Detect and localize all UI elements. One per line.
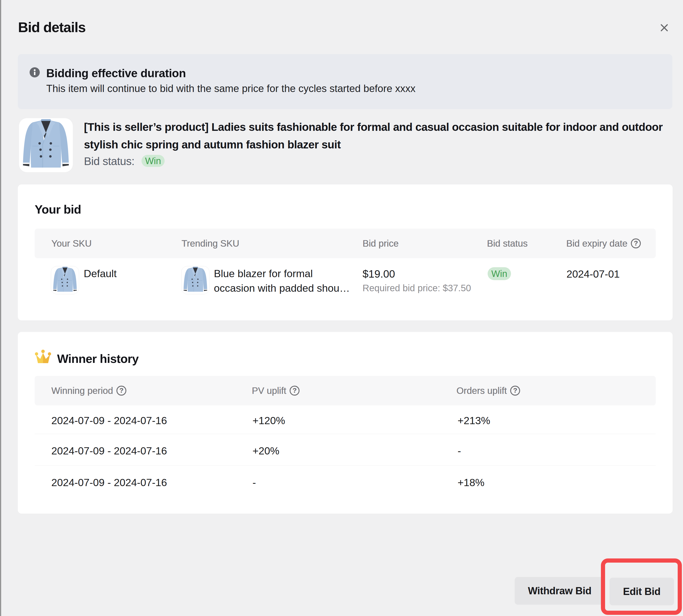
svg-text:?: ? <box>119 387 124 394</box>
svg-text:?: ? <box>293 387 297 394</box>
svg-text:?: ? <box>634 240 638 247</box>
svg-text:?: ? <box>513 387 517 394</box>
